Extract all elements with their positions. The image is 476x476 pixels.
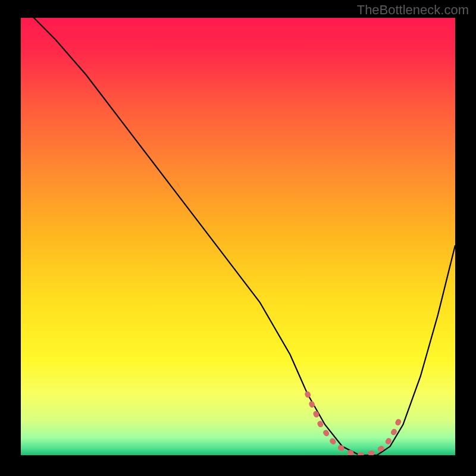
watermark-text: TheBottleneck.com xyxy=(357,2,469,18)
chart-container xyxy=(21,18,455,455)
sweet-spot-marker xyxy=(308,394,401,455)
chart-curves xyxy=(21,18,455,455)
bottleneck-curve xyxy=(21,18,455,455)
